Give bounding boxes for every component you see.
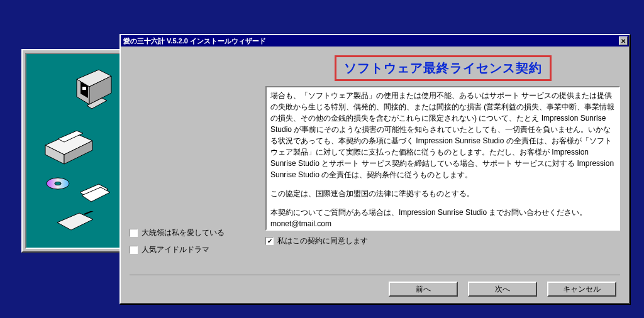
checkbox-icon[interactable] (130, 229, 138, 237)
svg-line-15 (84, 211, 95, 214)
svg-rect-4 (82, 87, 86, 90)
license-text-box[interactable]: 場合も、「ソフトウェア製品」の使用または使用不能、あるいはサポート サービスの提… (265, 86, 620, 231)
checkbox-icon[interactable] (130, 246, 138, 254)
install-art-inner (25, 53, 126, 249)
agree-checkbox-row[interactable]: ✔ 私はこの契約に同意します (265, 236, 620, 246)
wizard-button-row: 前へ 次へ キャンセル (130, 275, 620, 299)
install-wizard-dialog: 愛の三十六計 V.5.2.0 インストールウィザード ✕ 大統領は私を愛している… (119, 34, 630, 304)
license-column: ソフトウェア最終ライセンス契約 場合も、「ソフトウェア製品」の使用または使用不能… (265, 52, 620, 270)
checkbox-icon[interactable]: ✔ (265, 237, 274, 245)
disc-icon (45, 177, 70, 190)
monitor-icon (70, 67, 114, 117)
license-paragraph: 本契約についてご質問がある場合は、Impression Sunrise Stud… (270, 207, 615, 229)
window-title: 愛の三十六計 V.5.2.0 インストールウィザード (123, 36, 619, 46)
license-paragraph: この協定は、国際連合加盟国の法律に準拠するものとする。 (270, 188, 615, 199)
option-idol-drama[interactable]: 人気アイドルドラマ (130, 244, 255, 255)
next-button[interactable]: 次へ (468, 282, 537, 297)
printer-icon (39, 129, 96, 167)
license-paragraph: 場合も、「ソフトウェア製品」の使用または使用不能、あるいはサポート サービスの提… (270, 90, 615, 180)
paper-icon (77, 183, 111, 208)
titlebar: 愛の三十六計 V.5.2.0 インストールウィザード ✕ (121, 35, 629, 47)
option-label: 大統領は私を愛している (142, 228, 225, 238)
install-art-panel (21, 49, 130, 253)
tablet-icon (54, 211, 98, 236)
agree-label: 私はこの契約に同意します (277, 236, 368, 246)
svg-point-11 (55, 182, 61, 185)
cancel-button[interactable]: キャンセル (547, 282, 616, 297)
back-button[interactable]: 前へ (389, 282, 458, 297)
option-president-loves-me[interactable]: 大統領は私を愛している (130, 228, 255, 238)
left-options-column: 大統領は私を愛している 人気アイドルドラマ (130, 52, 255, 270)
dialog-body: 大統領は私を愛している 人気アイドルドラマ ソフトウェア最終ライセンス契約 場合… (121, 47, 629, 303)
license-heading: ソフトウェア最終ライセンス契約 (344, 61, 542, 75)
license-heading-box: ソフトウェア最終ライセンス契約 (335, 55, 552, 81)
option-label: 人気アイドルドラマ (142, 244, 209, 255)
svg-marker-14 (57, 213, 93, 230)
close-button[interactable]: ✕ (619, 36, 628, 45)
